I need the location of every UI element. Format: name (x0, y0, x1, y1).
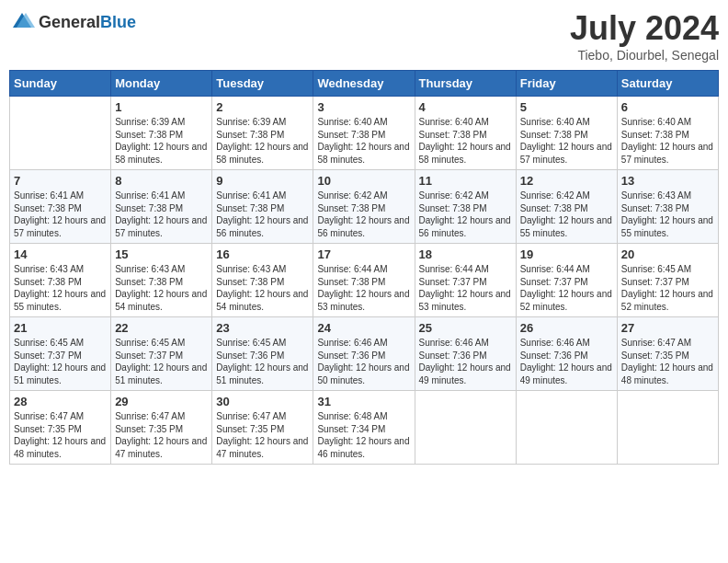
day-info: Sunrise: 6:40 AMSunset: 7:38 PMDaylight:… (317, 116, 410, 166)
day-number: 12 (520, 174, 613, 188)
day-info: Sunrise: 6:42 AMSunset: 7:38 PMDaylight:… (317, 190, 410, 239)
calendar-day-cell: 13Sunrise: 6:43 AMSunset: 7:38 PMDayligh… (617, 170, 718, 244)
calendar-day-cell (516, 391, 617, 465)
day-info: Sunrise: 6:44 AMSunset: 7:38 PMDaylight:… (317, 263, 410, 313)
day-info: Sunrise: 6:44 AMSunset: 7:37 PMDaylight:… (419, 263, 512, 313)
day-info: Sunrise: 6:46 AMSunset: 7:36 PMDaylight:… (419, 337, 512, 386)
calendar-day-cell (10, 97, 111, 170)
day-info: Sunrise: 6:47 AMSunset: 7:35 PMDaylight:… (621, 337, 714, 386)
calendar-day-cell: 8Sunrise: 6:41 AMSunset: 7:38 PMDaylight… (111, 170, 212, 244)
calendar-day-cell: 14Sunrise: 6:43 AMSunset: 7:38 PMDayligh… (10, 244, 111, 317)
day-info: Sunrise: 6:39 AMSunset: 7:38 PMDaylight:… (216, 116, 309, 166)
day-number: 8 (115, 174, 208, 188)
day-number: 6 (621, 100, 714, 114)
calendar-week-row: 28Sunrise: 6:47 AMSunset: 7:35 PMDayligh… (10, 391, 719, 465)
calendar-day-cell: 29Sunrise: 6:47 AMSunset: 7:35 PMDayligh… (111, 391, 212, 465)
day-number: 21 (14, 321, 107, 335)
calendar-day-cell: 6Sunrise: 6:40 AMSunset: 7:38 PMDaylight… (617, 97, 718, 170)
day-info: Sunrise: 6:44 AMSunset: 7:37 PMDaylight:… (520, 263, 613, 313)
day-number: 20 (621, 247, 714, 261)
day-number: 11 (419, 174, 512, 188)
day-number: 26 (520, 321, 613, 335)
day-info: Sunrise: 6:41 AMSunset: 7:38 PMDaylight:… (115, 190, 208, 239)
calendar-day-cell: 25Sunrise: 6:46 AMSunset: 7:36 PMDayligh… (415, 317, 516, 391)
calendar-week-row: 7Sunrise: 6:41 AMSunset: 7:38 PMDaylight… (10, 170, 719, 244)
weekday-header-monday: Monday (111, 71, 212, 97)
day-info: Sunrise: 6:47 AMSunset: 7:35 PMDaylight:… (14, 410, 107, 460)
day-info: Sunrise: 6:45 AMSunset: 7:37 PMDaylight:… (621, 263, 714, 313)
day-info: Sunrise: 6:46 AMSunset: 7:36 PMDaylight:… (317, 337, 410, 386)
day-number: 16 (216, 247, 309, 261)
day-number: 5 (520, 100, 613, 114)
day-number: 28 (14, 395, 107, 408)
page-header: General Blue July 2024 Tiebo, Diourbel, … (9, 9, 719, 63)
calendar-day-cell (415, 391, 516, 465)
calendar-day-cell: 5Sunrise: 6:40 AMSunset: 7:38 PMDaylight… (516, 97, 617, 170)
location-subtitle: Tiebo, Diourbel, Senegal (570, 48, 719, 63)
day-info: Sunrise: 6:40 AMSunset: 7:38 PMDaylight:… (621, 116, 714, 166)
day-number: 1 (115, 100, 208, 114)
logo: General Blue (9, 9, 136, 35)
calendar-day-cell (617, 391, 718, 465)
calendar-day-cell: 17Sunrise: 6:44 AMSunset: 7:38 PMDayligh… (313, 244, 415, 317)
weekday-header-thursday: Thursday (415, 71, 516, 97)
day-info: Sunrise: 6:42 AMSunset: 7:38 PMDaylight:… (520, 190, 613, 239)
day-number: 18 (419, 247, 512, 261)
calendar-day-cell: 28Sunrise: 6:47 AMSunset: 7:35 PMDayligh… (10, 391, 111, 465)
day-number: 22 (115, 321, 208, 335)
day-info: Sunrise: 6:39 AMSunset: 7:38 PMDaylight:… (115, 116, 208, 166)
calendar-day-cell: 4Sunrise: 6:40 AMSunset: 7:38 PMDaylight… (415, 97, 516, 170)
day-info: Sunrise: 6:47 AMSunset: 7:35 PMDaylight:… (216, 410, 309, 460)
day-info: Sunrise: 6:48 AMSunset: 7:34 PMDaylight:… (317, 410, 410, 460)
calendar-day-cell: 7Sunrise: 6:41 AMSunset: 7:38 PMDaylight… (10, 170, 111, 244)
calendar-day-cell: 21Sunrise: 6:45 AMSunset: 7:37 PMDayligh… (10, 317, 111, 391)
day-number: 14 (14, 247, 107, 261)
calendar-day-cell: 16Sunrise: 6:43 AMSunset: 7:38 PMDayligh… (212, 244, 313, 317)
calendar-week-row: 1Sunrise: 6:39 AMSunset: 7:38 PMDaylight… (10, 97, 719, 170)
day-info: Sunrise: 6:43 AMSunset: 7:38 PMDaylight:… (14, 263, 107, 313)
calendar-day-cell: 22Sunrise: 6:45 AMSunset: 7:37 PMDayligh… (111, 317, 212, 391)
calendar-day-cell: 12Sunrise: 6:42 AMSunset: 7:38 PMDayligh… (516, 170, 617, 244)
calendar-day-cell: 23Sunrise: 6:45 AMSunset: 7:36 PMDayligh… (212, 317, 313, 391)
day-number: 3 (317, 100, 410, 114)
day-info: Sunrise: 6:46 AMSunset: 7:36 PMDaylight:… (520, 337, 613, 386)
day-number: 7 (14, 174, 107, 188)
calendar-week-row: 21Sunrise: 6:45 AMSunset: 7:37 PMDayligh… (10, 317, 719, 391)
day-number: 15 (115, 247, 208, 261)
weekday-header-saturday: Saturday (617, 71, 718, 97)
logo-text-blue: Blue (100, 14, 136, 30)
day-info: Sunrise: 6:43 AMSunset: 7:38 PMDaylight:… (115, 263, 208, 313)
day-number: 30 (216, 395, 309, 408)
day-info: Sunrise: 6:47 AMSunset: 7:35 PMDaylight:… (115, 410, 208, 460)
day-number: 19 (520, 247, 613, 261)
calendar-day-cell: 24Sunrise: 6:46 AMSunset: 7:36 PMDayligh… (313, 317, 415, 391)
calendar-day-cell: 31Sunrise: 6:48 AMSunset: 7:34 PMDayligh… (313, 391, 415, 465)
logo-icon (9, 9, 35, 35)
day-info: Sunrise: 6:40 AMSunset: 7:38 PMDaylight:… (419, 116, 512, 166)
weekday-header-row: SundayMondayTuesdayWednesdayThursdayFrid… (10, 71, 719, 97)
calendar-day-cell: 19Sunrise: 6:44 AMSunset: 7:37 PMDayligh… (516, 244, 617, 317)
calendar-day-cell: 11Sunrise: 6:42 AMSunset: 7:38 PMDayligh… (415, 170, 516, 244)
weekday-header-sunday: Sunday (10, 71, 111, 97)
title-area: July 2024 Tiebo, Diourbel, Senegal (570, 9, 719, 63)
day-info: Sunrise: 6:43 AMSunset: 7:38 PMDaylight:… (216, 263, 309, 313)
day-info: Sunrise: 6:45 AMSunset: 7:36 PMDaylight:… (216, 337, 309, 386)
calendar-day-cell: 18Sunrise: 6:44 AMSunset: 7:37 PMDayligh… (415, 244, 516, 317)
day-number: 17 (317, 247, 410, 261)
calendar-day-cell: 9Sunrise: 6:41 AMSunset: 7:38 PMDaylight… (212, 170, 313, 244)
day-number: 23 (216, 321, 309, 335)
calendar-day-cell: 20Sunrise: 6:45 AMSunset: 7:37 PMDayligh… (617, 244, 718, 317)
weekday-header-tuesday: Tuesday (212, 71, 313, 97)
calendar-day-cell: 10Sunrise: 6:42 AMSunset: 7:38 PMDayligh… (313, 170, 415, 244)
weekday-header-friday: Friday (516, 71, 617, 97)
calendar-day-cell: 27Sunrise: 6:47 AMSunset: 7:35 PMDayligh… (617, 317, 718, 391)
day-number: 29 (115, 395, 208, 408)
day-info: Sunrise: 6:43 AMSunset: 7:38 PMDaylight:… (621, 190, 714, 239)
day-info: Sunrise: 6:45 AMSunset: 7:37 PMDaylight:… (14, 337, 107, 386)
calendar-day-cell: 26Sunrise: 6:46 AMSunset: 7:36 PMDayligh… (516, 317, 617, 391)
weekday-header-wednesday: Wednesday (313, 71, 415, 97)
logo-text-general: General (39, 14, 100, 30)
calendar-day-cell: 2Sunrise: 6:39 AMSunset: 7:38 PMDaylight… (212, 97, 313, 170)
day-info: Sunrise: 6:42 AMSunset: 7:38 PMDaylight:… (419, 190, 512, 239)
day-number: 27 (621, 321, 714, 335)
